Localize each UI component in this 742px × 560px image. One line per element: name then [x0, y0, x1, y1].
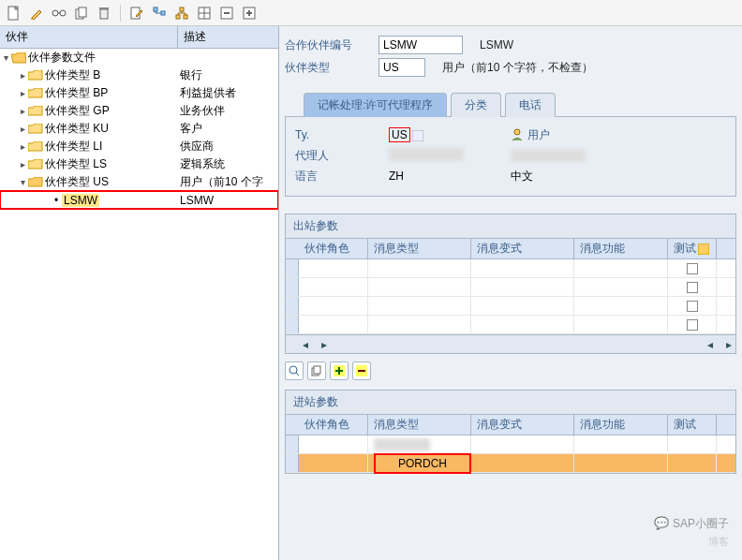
folder-open-icon — [11, 52, 26, 65]
inbound-grid: 进站参数 伙伴角色 消息类型 消息变式 消息功能 测试 PORDCH — [285, 390, 736, 474]
detail-icon[interactable] — [285, 361, 304, 380]
trash-icon[interactable] — [96, 5, 112, 22]
svg-rect-15 — [184, 15, 187, 19]
tree-node[interactable]: ▸伙伴类型 GP业务伙伴 — [0, 102, 278, 120]
expander-icon[interactable]: ▸ — [17, 70, 28, 81]
nav-next-icon[interactable]: ◂ — [704, 338, 717, 351]
folder-icon — [28, 69, 43, 82]
dropdown-icon[interactable] — [412, 130, 423, 141]
folder-icon — [28, 105, 43, 118]
table-row[interactable] — [286, 278, 735, 297]
out-col-msgtype[interactable]: 消息类型 — [368, 239, 471, 258]
glasses-icon[interactable] — [51, 5, 67, 22]
folder-open-icon — [28, 176, 43, 189]
agent-value-blurred — [389, 148, 464, 161]
expander-icon[interactable]: ▾ — [0, 52, 11, 63]
folder-icon — [28, 140, 43, 154]
tree-node[interactable]: ▸伙伴类型 LI供应商 — [0, 138, 278, 155]
in-col-test[interactable]: 测试 — [668, 415, 717, 435]
lang-label: 语言 — [295, 169, 389, 184]
edit-doc-icon[interactable] — [128, 5, 145, 22]
user-icon — [511, 128, 524, 141]
grid-icon[interactable] — [196, 5, 213, 22]
svg-point-29 — [514, 129, 520, 135]
partner-no-field[interactable]: LSMW — [378, 36, 463, 54]
out-col-msgvar[interactable]: 消息变式 — [471, 239, 574, 258]
detail-panel: 合作伙伴编号 LSMW LSMW 伙伴类型 US 用户（前10 个字符，不检查）… — [279, 26, 742, 560]
in-col-msgtype[interactable]: 消息类型 — [368, 415, 471, 435]
in-col-role[interactable]: 伙伴角色 — [299, 415, 368, 435]
out-col-test[interactable]: 测试 — [668, 239, 717, 258]
expander-icon[interactable]: ▸ — [17, 124, 28, 134]
svg-point-2 — [60, 10, 66, 16]
tree-leaf-lsmw[interactable]: •LSMW LSMW — [0, 191, 278, 209]
partner-type-field[interactable]: US — [378, 58, 425, 77]
inbound-title: 进站参数 — [286, 391, 735, 415]
svg-rect-34 — [314, 366, 320, 374]
checkbox[interactable] — [687, 282, 698, 293]
svg-line-32 — [296, 373, 299, 376]
lang-desc: 中文 — [511, 169, 533, 184]
table-row[interactable] — [286, 259, 735, 278]
svg-rect-13 — [180, 7, 184, 11]
tab-category[interactable]: 分类 — [451, 93, 501, 117]
delete-row-icon[interactable] — [352, 361, 371, 380]
expander-icon[interactable]: ▸ — [17, 106, 28, 116]
table-row[interactable] — [286, 435, 735, 454]
tree-node[interactable]: ▸伙伴类型 B银行 — [0, 66, 278, 84]
nav-prev-icon[interactable]: ▸ — [318, 338, 331, 351]
tree-root[interactable]: ▾伙伴参数文件 — [0, 49, 278, 66]
out-col-msgfn[interactable]: 消息功能 — [574, 239, 668, 258]
copy-icon[interactable] — [73, 5, 90, 22]
tree-node[interactable]: ▾伙伴类型 US用户（前10 个字 — [0, 173, 278, 191]
svg-rect-30 — [698, 243, 709, 255]
tree-node[interactable]: ▸伙伴类型 KU客户 — [0, 120, 278, 138]
collapse-icon[interactable] — [218, 5, 235, 22]
tree-header-partner: 伙伴 — [0, 26, 178, 48]
new-page-icon[interactable] — [6, 5, 22, 22]
nav-first-icon[interactable]: ◂ — [299, 338, 312, 351]
partner-no-label: 合作伙伴编号 — [285, 37, 378, 53]
out-col-role[interactable]: 伙伴角色 — [299, 239, 368, 258]
checkbox[interactable] — [687, 301, 698, 312]
ty-value[interactable]: US — [389, 127, 410, 142]
add-row-icon[interactable] — [330, 361, 349, 380]
nav-last-icon[interactable]: ▸ — [722, 338, 735, 351]
in-col-msgfn[interactable]: 消息功能 — [574, 415, 668, 435]
outbound-grid: 出站参数 伙伴角色 消息类型 消息变式 消息功能 测试 ◂ ▸ ◂ ▸ — [285, 214, 736, 354]
in-col-msgvar[interactable]: 消息变式 — [471, 415, 574, 435]
expander-icon[interactable]: ▾ — [17, 177, 28, 187]
tree-node[interactable]: ▸伙伴类型 LS逻辑系统 — [0, 155, 278, 173]
ty-label: Ty. — [295, 128, 389, 141]
agent-label: 代理人 — [295, 148, 389, 164]
svg-rect-14 — [176, 15, 180, 19]
table-row[interactable] — [286, 316, 735, 334]
copy-row-icon[interactable] — [307, 361, 326, 380]
tree-node[interactable]: ▸伙伴类型 BP利益提供者 — [0, 84, 278, 102]
table-row[interactable] — [286, 297, 735, 316]
bullet-icon: • — [51, 194, 62, 207]
expander-icon[interactable]: ▸ — [17, 88, 28, 98]
lang-value: ZH — [389, 169, 482, 183]
expand-icon[interactable] — [241, 5, 258, 22]
tab-phone[interactable]: 电话 — [505, 93, 556, 117]
folder-icon — [28, 158, 43, 171]
config-icon[interactable] — [698, 243, 709, 255]
checkbox[interactable] — [687, 263, 698, 274]
tab-posting[interactable]: 记帐处理:许可代理程序 — [304, 93, 447, 117]
user-value-blurred — [511, 149, 586, 162]
tree-icon[interactable] — [151, 5, 168, 22]
svg-rect-9 — [154, 7, 157, 11]
checkbox[interactable] — [687, 319, 698, 331]
svg-rect-10 — [161, 11, 165, 15]
tab-content: Ty. US 用户 代理人 语言 ZH 中文 — [285, 117, 736, 197]
watermark2: 博客 — [708, 535, 729, 549]
hierarchy-icon[interactable] — [173, 5, 190, 22]
expander-icon[interactable]: ▸ — [17, 141, 28, 152]
table-row-pordch[interactable]: PORDCH — [286, 454, 735, 473]
partner-no-desc: LSMW — [480, 38, 513, 52]
svg-rect-6 — [100, 9, 108, 19]
pencil-icon[interactable] — [28, 5, 45, 22]
svg-rect-28 — [412, 130, 423, 141]
expander-icon[interactable]: ▸ — [17, 159, 28, 169]
